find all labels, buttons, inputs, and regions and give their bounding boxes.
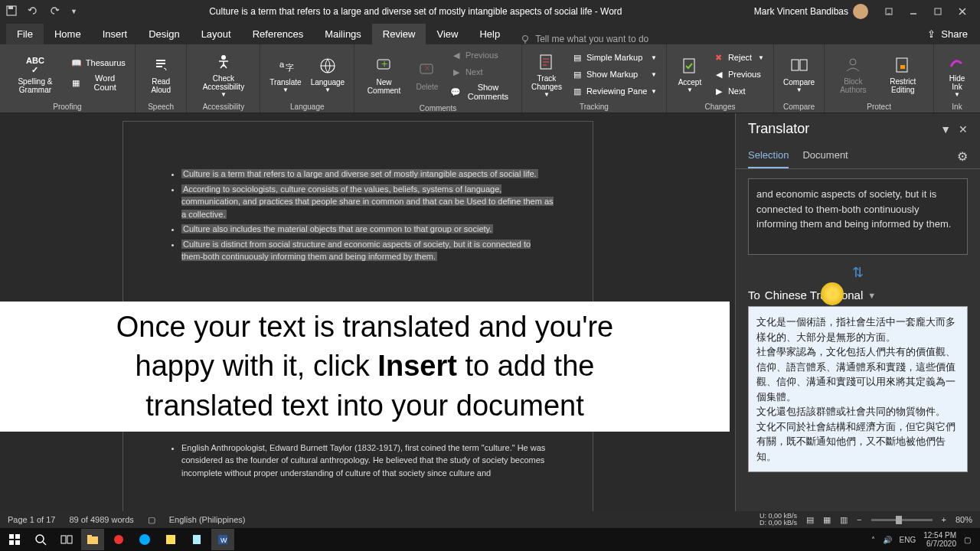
- read-aloud-button[interactable]: Read Aloud: [142, 53, 181, 96]
- notepad-icon[interactable]: [185, 529, 208, 550]
- share-button[interactable]: ⇪ Share: [915, 24, 980, 44]
- notifications-icon[interactable]: ▢: [964, 536, 971, 544]
- next-icon: ▶: [450, 66, 462, 78]
- save-icon[interactable]: [6, 5, 18, 18]
- svg-rect-32: [193, 535, 201, 544]
- translation-result-box[interactable]: 文化是一個術語，指社會生活中一套龐大而多樣化的、大部分是無形的方面。 社會學家認…: [748, 306, 968, 472]
- reject-button[interactable]: ✖Reject▼: [710, 50, 767, 65]
- tab-design[interactable]: Design: [138, 24, 190, 44]
- spelling-grammar-button[interactable]: ABC✓ Spelling & Grammar: [6, 53, 64, 96]
- svg-text:W: W: [220, 536, 227, 544]
- word-icon[interactable]: W: [211, 529, 234, 550]
- word-count-indicator[interactable]: 89 of 4989 words: [69, 515, 133, 524]
- translate-button[interactable]: a字 Translate ▼: [266, 54, 304, 95]
- svg-rect-19: [900, 65, 905, 69]
- tab-home[interactable]: Home: [44, 24, 92, 44]
- tab-insert[interactable]: Insert: [92, 24, 139, 44]
- tell-me-label: Tell me what you want to do: [535, 34, 648, 44]
- hide-ink-button[interactable]: Hide Ink ▼: [940, 50, 974, 99]
- comment-delete-icon: ×: [416, 60, 438, 81]
- file-explorer-icon[interactable]: [81, 529, 104, 550]
- thesaurus-button[interactable]: 📖Thesaurus: [67, 55, 129, 70]
- view-web-layout-icon[interactable]: ▥: [840, 515, 848, 525]
- undo-icon[interactable]: [28, 5, 40, 18]
- clock-date[interactable]: 6/7/2020: [926, 540, 956, 548]
- show-comments-button[interactable]: 💬Show Comments: [447, 81, 515, 103]
- show-markup-button[interactable]: ▤Show Markup▼: [568, 67, 660, 82]
- svg-rect-22: [9, 540, 14, 545]
- show-comments-icon: 💬: [450, 86, 461, 98]
- ribbon-options-icon[interactable]: [877, 2, 900, 21]
- compare-button[interactable]: Compare ▼: [780, 54, 818, 95]
- clock-time[interactable]: 12:54 PM: [923, 531, 956, 540]
- accept-button[interactable]: Accept ▼: [673, 54, 707, 95]
- windows-taskbar: W ˄ 🔊 ENG 12:54 PM 6/7/2020 ▢: [0, 528, 980, 551]
- svg-rect-26: [67, 536, 72, 543]
- pane-menu-caret[interactable]: ▼: [940, 123, 951, 135]
- tray-volume-icon[interactable]: 🔊: [883, 536, 892, 544]
- sticky-notes-icon[interactable]: [159, 529, 182, 550]
- instruction-overlay: Once your text is translated and you're …: [0, 302, 730, 432]
- svg-rect-3: [935, 8, 941, 15]
- svg-text:a: a: [279, 60, 285, 69]
- svg-point-5: [221, 55, 226, 60]
- qat-customize-caret[interactable]: ▼: [70, 8, 77, 15]
- group-comments: + New Comment × Delete ◀Previous ▶Next 💬…: [354, 44, 522, 112]
- target-language-selector[interactable]: To Chinese Traditional ▼: [748, 284, 968, 306]
- task-view-icon[interactable]: [55, 529, 78, 550]
- keyboard-layout[interactable]: ENG: [900, 536, 916, 544]
- check-accessibility-button[interactable]: Check Accessibility ▼: [193, 50, 253, 99]
- next-change-button[interactable]: ▶Next: [710, 83, 767, 99]
- tab-help[interactable]: Help: [469, 24, 511, 44]
- close-button[interactable]: [951, 2, 974, 21]
- word-count-button[interactable]: ▦Word Count: [67, 72, 129, 93]
- swap-languages-button[interactable]: ⇅: [748, 261, 968, 284]
- previous-change-button[interactable]: ◀Previous: [710, 67, 767, 82]
- zoom-out-button[interactable]: −: [857, 515, 861, 524]
- translator-settings-icon[interactable]: ⚙: [957, 145, 968, 168]
- zoom-in-button[interactable]: +: [942, 515, 946, 524]
- page-indicator[interactable]: Page 1 of 17: [8, 515, 55, 524]
- markup-dropdown[interactable]: ▤Simple Markup▼: [568, 50, 660, 65]
- tell-me-search[interactable]: Tell me what you want to do: [511, 34, 658, 44]
- minimize-button[interactable]: [902, 2, 925, 21]
- tab-view[interactable]: View: [426, 24, 469, 44]
- redo-icon[interactable]: [49, 5, 61, 18]
- record-icon[interactable]: [107, 529, 130, 550]
- globe-icon: [317, 55, 338, 77]
- view-print-layout-icon[interactable]: ▦: [823, 515, 831, 525]
- next-icon: ▶: [713, 85, 725, 97]
- target-language-name: Chinese Traditional: [765, 289, 863, 302]
- track-changes-button[interactable]: Track Changes ▼: [528, 50, 565, 99]
- ribbon: ABC✓ Spelling & Grammar 📖Thesaurus ▦Word…: [0, 44, 980, 113]
- new-comment-button[interactable]: + New Comment: [361, 54, 407, 96]
- dropdown-caret-icon: ▼: [867, 291, 876, 300]
- pane-close-button[interactable]: ✕: [959, 123, 968, 135]
- translator-tab-document[interactable]: Document: [802, 145, 848, 168]
- group-label: Tracking: [528, 101, 660, 111]
- edge-icon[interactable]: [133, 529, 156, 550]
- language-button[interactable]: Language ▼: [308, 54, 348, 95]
- markup-icon: ▤: [571, 51, 583, 64]
- zoom-slider[interactable]: [871, 519, 933, 521]
- language-indicator[interactable]: English (Philippines): [169, 515, 246, 524]
- tab-file[interactable]: File: [6, 24, 44, 44]
- reviewing-pane-button[interactable]: ▥Reviewing Pane▼: [568, 83, 660, 99]
- translator-tab-selection[interactable]: Selection: [748, 145, 789, 168]
- zoom-level[interactable]: 80%: [956, 515, 972, 524]
- spellcheck-icon[interactable]: ▢: [148, 515, 155, 525]
- dropdown-caret: ▼: [220, 91, 227, 98]
- tab-references[interactable]: References: [242, 24, 314, 44]
- user-account[interactable]: Mark Vincent Bandibas: [754, 4, 868, 19]
- maximize-button[interactable]: [926, 2, 949, 21]
- tab-layout[interactable]: Layout: [191, 24, 242, 44]
- view-read-mode-icon[interactable]: ▤: [806, 515, 814, 525]
- source-text-box[interactable]: and economic aspects of society, but it …: [748, 178, 968, 255]
- tray-chevron-icon[interactable]: ˄: [871, 536, 875, 544]
- search-icon[interactable]: [29, 529, 52, 550]
- tab-mailings[interactable]: Mailings: [314, 24, 372, 44]
- start-button[interactable]: [3, 529, 26, 550]
- restrict-editing-button[interactable]: Restrict Editing: [879, 53, 927, 96]
- svg-rect-31: [166, 535, 175, 544]
- tab-review[interactable]: Review: [372, 24, 426, 44]
